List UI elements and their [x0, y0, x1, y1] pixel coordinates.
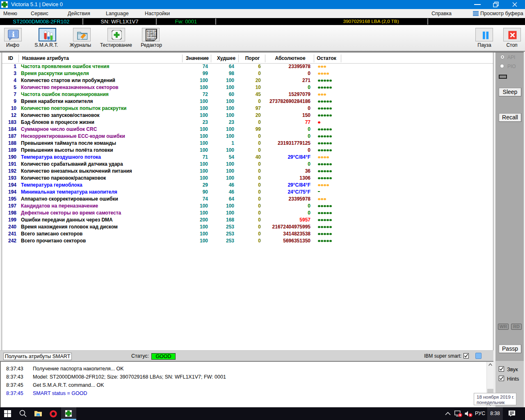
svg-text:0001: 0001 — [147, 38, 153, 41]
